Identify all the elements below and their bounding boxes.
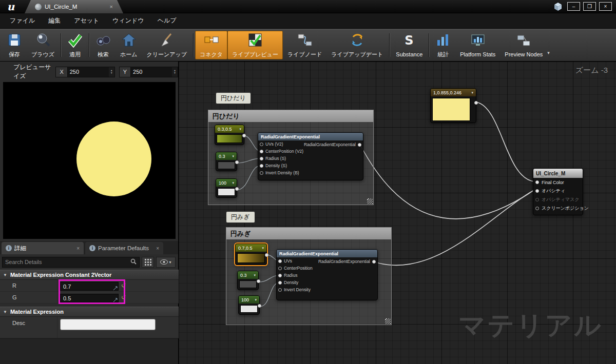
menu-asset[interactable]: アセット [67,16,106,25]
expand-triangle-icon: ▼ [3,273,7,277]
apply-button[interactable]: 適用 [63,31,87,59]
input-pin-radius[interactable] [260,157,263,160]
tab-close-icon[interactable]: × [156,246,159,251]
node-radialgradientexponential-right[interactable]: RadialGradientExponential UVs CenterPosi… [276,249,378,300]
browse-button[interactable]: ブラウズ [27,31,59,59]
search-input[interactable] [5,259,130,265]
node-value-label: 0.3,0.5 [218,127,232,132]
output-pin[interactable] [474,101,478,105]
layout-cube-icon[interactable] [553,2,563,13]
titlebar: u UI_Circle_M × – ❐ × [0,0,616,13]
output-pin[interactable] [242,134,246,137]
node-value-label: 1,0.855,0.246 [433,90,461,95]
node-constant2vector-right-selected[interactable]: 0.7,0.5▾ [235,244,267,265]
preview-nodes-button[interactable]: Preview Nodes [500,31,547,59]
input-pin-invertdensity[interactable] [278,288,282,292]
comment-header[interactable]: 円ひだり [208,110,373,122]
input-pin-density[interactable] [278,281,282,285]
g-value-input[interactable] [60,294,119,302]
y-spinner[interactable]: ▲▼ [172,69,178,74]
view-options-button[interactable]: ▾ [156,257,176,268]
node-constant-density-right[interactable]: 100▾ [238,295,260,315]
preview-y-input[interactable] [131,67,172,77]
node-value-label: 0.7,0.5 [238,246,253,251]
node-material-output[interactable]: UI_Circle_M Final Color オパシティ オパシティマスク ス… [533,168,583,215]
toolbar-separator [89,33,89,57]
platform-stats-button[interactable]: Platform Stats [455,31,500,59]
output-pin[interactable] [257,279,260,283]
section-material-expression[interactable]: ▼ Material Expression [0,307,179,317]
asset-tab[interactable]: UI_Circle_M × [25,0,123,13]
cleanup-button[interactable]: クリーンアップ [142,31,192,59]
zoom-level-label: ズーム -3 [575,66,608,75]
input-pin-centerposition[interactable] [260,150,263,153]
resize-handle[interactable] [367,198,373,204]
live-update-button[interactable]: ライブアップデート [326,31,388,59]
output-pin[interactable] [235,160,239,164]
r-value-input[interactable] [60,282,119,291]
drag-handle-icon[interactable] [113,295,118,305]
tab-close-icon[interactable]: × [110,4,113,10]
input-pin-density[interactable] [260,164,263,168]
minimize-button[interactable]: – [567,2,580,11]
tab-parameter-defaults[interactable]: i Parameter Defaults × [85,242,163,254]
comment-bubble-left[interactable]: 円ひだり [216,92,251,104]
connectors-toggle[interactable]: コネクタ [195,31,227,59]
output-pin[interactable] [358,143,361,147]
desc-input[interactable] [60,319,156,330]
input-pin-uvs[interactable] [260,143,263,146]
input-pin-opacity[interactable] [535,189,539,193]
live-nodes-button[interactable]: ライブノード [283,31,326,59]
node-constant-density-left[interactable]: 100▾ [216,178,237,198]
input-pin-invertdensity[interactable] [260,171,263,175]
menu-file[interactable]: ファイル [3,16,42,25]
preview-nodes-icon [516,33,531,50]
color-swatch [237,253,265,263]
node-constant2vector-left[interactable]: 0.3,0.5▾ [215,125,244,145]
output-pin[interactable] [265,253,268,257]
reset-to-default-icon[interactable]: ↺ [121,282,126,289]
search-button[interactable]: 検索 [91,31,116,59]
input-pin-opacity-mask[interactable] [535,198,539,201]
property-matrix-button[interactable] [142,257,154,268]
menu-help[interactable]: ヘルプ [151,16,183,25]
node-constant-radius-right[interactable]: 0.3▾ [237,271,259,290]
output-pin[interactable] [372,260,376,264]
save-button[interactable]: 保存 [2,31,27,59]
comment-bubble-right[interactable]: 円みぎ [226,211,255,223]
node-constant3vector-color[interactable]: 1,0.855,0.246 ▾ [430,88,476,123]
drag-handle-icon[interactable] [113,284,118,293]
node-constant-radius-left[interactable]: 0.3▾ [216,152,237,171]
menu-edit[interactable]: 編集 [42,16,67,25]
reset-to-default-icon[interactable]: ↺ [121,294,126,301]
close-button[interactable]: × [599,2,612,11]
input-pin-screen-position[interactable] [535,207,539,210]
node-body [431,97,476,123]
home-button[interactable]: ホーム [116,31,142,59]
property-row-r: R ↺ [0,280,179,292]
comment-header[interactable]: 円みぎ [226,228,391,239]
preview-x-input[interactable] [68,67,109,77]
preview-nodes-caret[interactable]: ▾ [547,31,552,59]
input-pin-radius[interactable] [278,274,282,277]
live-preview-toggle[interactable]: ライブプレビュー [227,31,283,59]
material-graph-canvas[interactable]: ズーム -3 円ひだり 円みぎ 円ひだり 円みぎ 0.3,0.5▾ 0.3▾ 1… [179,62,616,364]
stats-button[interactable]: 統計 [431,31,455,59]
x-spinner[interactable]: ▲▼ [109,69,114,74]
property-row-g: G ↺ [0,292,179,304]
output-pin[interactable] [258,304,261,308]
resize-handle[interactable] [385,318,391,324]
input-pin-uvs[interactable] [278,259,282,263]
material-preview-viewport[interactable] [3,82,176,239]
color-swatch [218,188,235,196]
input-pin-final-color[interactable] [535,180,539,184]
section-const2vector[interactable]: ▼ Material Expression Constant 2Vector [0,270,179,280]
output-pin[interactable] [235,187,239,191]
menu-window[interactable]: ウィンドウ [106,16,150,25]
node-radialgradientexponential-left[interactable]: RadialGradientExponential UVs (V2) Cente… [258,132,363,180]
maximize-button[interactable]: ❐ [583,2,596,11]
substance-button[interactable]: S Substance [391,31,427,59]
tab-close-icon[interactable]: × [76,246,80,251]
input-pin-centerposition[interactable] [278,267,282,270]
tab-details[interactable]: i 詳細 × [2,242,84,254]
